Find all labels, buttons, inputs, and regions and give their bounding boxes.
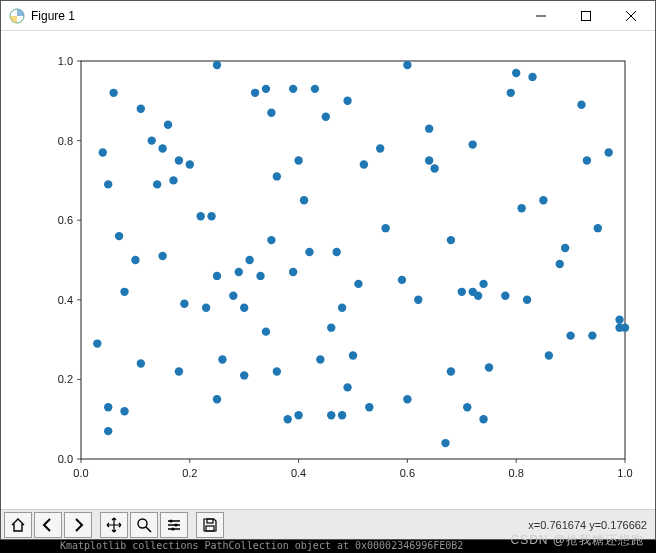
svg-point-99	[441, 439, 449, 447]
svg-point-82	[338, 304, 346, 312]
svg-point-129	[138, 519, 147, 528]
svg-point-35	[120, 288, 128, 296]
svg-point-103	[463, 403, 471, 411]
svg-point-131	[174, 523, 177, 526]
svg-point-108	[479, 280, 487, 288]
svg-point-52	[213, 395, 221, 403]
home-button[interactable]	[4, 512, 32, 538]
svg-point-42	[158, 144, 166, 152]
svg-point-32	[104, 427, 112, 435]
svg-point-122	[583, 156, 591, 164]
forward-button[interactable]	[64, 512, 92, 538]
svg-point-109	[485, 363, 493, 371]
svg-point-75	[305, 248, 313, 256]
svg-point-73	[294, 411, 302, 419]
svg-point-106	[474, 292, 482, 300]
svg-text:0.8: 0.8	[509, 467, 524, 479]
svg-point-50	[202, 304, 210, 312]
nav-toolbar: x=0.761674 y=0.176662	[1, 509, 655, 539]
svg-point-87	[354, 280, 362, 288]
svg-point-33	[120, 407, 128, 415]
svg-point-53	[213, 61, 221, 69]
minimize-button[interactable]	[518, 1, 563, 31]
svg-point-31	[109, 89, 117, 97]
svg-point-130	[169, 519, 172, 522]
svg-point-105	[468, 140, 476, 148]
svg-text:0.0: 0.0	[73, 467, 88, 479]
svg-rect-133	[207, 519, 213, 523]
svg-point-61	[251, 89, 259, 97]
svg-point-69	[284, 415, 292, 423]
svg-point-81	[332, 248, 340, 256]
svg-point-57	[235, 268, 243, 276]
zoom-button[interactable]	[130, 512, 158, 538]
svg-point-71	[289, 268, 297, 276]
svg-point-65	[267, 236, 275, 244]
pan-button[interactable]	[100, 512, 128, 538]
plot-canvas[interactable]: 0.00.20.40.60.81.00.00.20.40.60.81.0	[1, 31, 655, 509]
svg-point-101	[447, 236, 455, 244]
svg-point-123	[588, 331, 596, 339]
svg-point-74	[300, 196, 308, 204]
svg-point-94	[403, 395, 411, 403]
svg-point-80	[327, 411, 335, 419]
back-button[interactable]	[34, 512, 62, 538]
svg-point-59	[240, 371, 248, 379]
svg-point-49	[196, 212, 204, 220]
svg-text:1.0: 1.0	[617, 467, 632, 479]
svg-text:0.2: 0.2	[182, 467, 197, 479]
configure-subplots-button[interactable]	[160, 512, 188, 538]
svg-point-89	[365, 403, 373, 411]
svg-point-77	[316, 355, 324, 363]
svg-point-113	[517, 204, 525, 212]
svg-point-66	[267, 109, 275, 117]
svg-rect-134	[206, 526, 214, 531]
svg-point-128	[621, 323, 629, 331]
svg-point-107	[479, 415, 487, 423]
svg-point-78	[322, 113, 330, 121]
svg-point-97	[425, 124, 433, 132]
svg-point-117	[545, 351, 553, 359]
svg-point-96	[425, 156, 433, 164]
maximize-button[interactable]	[563, 1, 608, 31]
svg-point-112	[512, 69, 520, 77]
svg-point-90	[376, 144, 384, 152]
svg-point-120	[566, 331, 574, 339]
svg-point-119	[561, 244, 569, 252]
svg-point-95	[414, 296, 422, 304]
svg-text:0.4: 0.4	[291, 467, 306, 479]
matplotlib-icon	[9, 8, 25, 24]
svg-point-72	[294, 156, 302, 164]
svg-point-115	[528, 73, 536, 81]
svg-point-125	[604, 148, 612, 156]
svg-point-93	[403, 61, 411, 69]
svg-text:0.4: 0.4	[58, 294, 73, 306]
svg-point-70	[289, 85, 297, 93]
svg-point-121	[577, 101, 585, 109]
svg-text:1.0: 1.0	[58, 55, 73, 67]
cursor-coordinates: x=0.761674 y=0.176662	[528, 519, 655, 531]
svg-point-29	[104, 403, 112, 411]
svg-point-43	[164, 120, 172, 128]
svg-point-124	[594, 224, 602, 232]
svg-point-116	[539, 196, 547, 204]
window-title: Figure 1	[31, 9, 75, 23]
svg-point-84	[343, 97, 351, 105]
svg-point-48	[186, 160, 194, 168]
svg-point-68	[273, 172, 281, 180]
svg-point-64	[262, 327, 270, 335]
svg-point-55	[218, 355, 226, 363]
svg-point-44	[169, 176, 177, 184]
svg-point-51	[207, 212, 215, 220]
svg-text:0.6: 0.6	[58, 214, 73, 226]
svg-point-30	[104, 180, 112, 188]
svg-point-62	[256, 272, 264, 280]
svg-point-46	[180, 300, 188, 308]
svg-point-111	[507, 89, 515, 97]
svg-point-37	[137, 359, 145, 367]
save-button[interactable]	[196, 512, 224, 538]
close-button[interactable]	[608, 1, 653, 31]
svg-rect-1	[581, 11, 590, 20]
svg-point-63	[262, 85, 270, 93]
svg-point-47	[175, 156, 183, 164]
